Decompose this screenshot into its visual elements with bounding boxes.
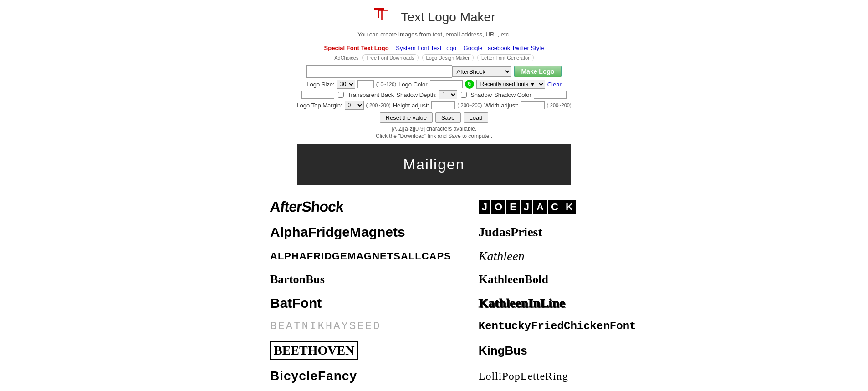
nav-system-font[interactable]: System Font Text Logo [396,45,456,51]
shadow-depth-select[interactable]: 1 [439,90,457,99]
load-button[interactable]: Load [464,112,489,123]
adchoices-pill-1[interactable]: Free Font Downloads [362,54,418,61]
main-input-row: AfterShock Make Logo [293,65,575,78]
font-select[interactable]: AfterShock [452,66,511,77]
font-item-kathleenin[interactable]: KathleenInLine [465,291,650,315]
width-range: (-200~200) [547,102,572,108]
clear-link[interactable]: Clear [547,81,562,88]
font-item-alphacaps[interactable]: ALPHAFRIDGEMAGNETSALLCAPS [256,244,465,268]
height-range: (-200~200) [457,102,482,108]
shadow-depth-label: Shadow Depth: [396,91,437,98]
recently-used-select[interactable]: Recently used fonts ▼ [476,80,545,89]
bg-color-input[interactable]: #FFFFFF [301,91,334,99]
refresh-color-button[interactable]: ↻ [465,80,474,89]
reset-button[interactable]: Reset the value [380,112,433,123]
height-adjust-label: Height adjust: [393,102,429,109]
font-item-aftershock[interactable]: AfterShock [256,194,465,220]
settings-row-3: Logo Top Margin: 0 (-200~200) Height adj… [293,101,575,110]
logo-text-input[interactable] [306,65,452,78]
shadow-color-label: Shadow Color [494,91,531,98]
font-item-kathleen[interactable]: Kathleen [465,244,650,268]
font-item-beatnik[interactable]: BEATNIKHAYSEED [256,315,465,337]
settings-row-2: #FFFFFF Transparent Back Shadow Depth: 1… [293,90,575,99]
shadow-checkbox[interactable] [461,92,467,98]
logo-size-label: Logo Size: [306,81,334,88]
height-adjust-input[interactable]: 0 [431,101,455,109]
header: Text Logo Maker You can create images fr… [0,0,868,42]
hint-2: Click the "Download" link and Save to co… [293,133,575,139]
font-item-joejack[interactable]: JOEJACK [465,194,650,220]
transparent-label: Transparent Back [347,91,394,98]
logo-size-h-input[interactable]: 30 [357,80,374,88]
font-item-biker[interactable]: BIKERBones [256,388,465,391]
subtitle: You can create images from text, email a… [0,31,868,38]
shadow-color-input[interactable]: #000000 [534,91,567,99]
site-title: Text Logo Maker [373,7,495,28]
svg-rect-1 [378,8,379,18]
controls-area: AfterShock Make Logo Logo Size: 30 30 (1… [293,65,575,139]
font-grid: AfterShock JOEJACK AlphaFridgeMagnets Ju… [256,194,612,391]
font-item-kathleenbold[interactable]: KathleenBold [465,268,650,291]
save-button[interactable]: Save [435,112,461,123]
ad-banner: Mailigen [297,144,571,185]
nav-links: Special Font Text Logo System Font Text … [0,45,868,51]
adchoices-pill-3[interactable]: Letter Font Generator [477,54,534,61]
site-title-text: Text Logo Maker [401,10,495,25]
font-item-batfont[interactable]: BatFont [256,291,465,315]
font-item-alpha[interactable]: AlphaFridgeMagnets [256,220,465,244]
margin-select[interactable]: 0 [345,101,364,110]
make-logo-button[interactable]: Make Logo [514,66,561,77]
nav-google-fb[interactable]: Google Facebook Twitter Style [464,45,544,51]
adchoices-label: AdChoices [334,55,358,61]
width-adjust-input[interactable]: 0 [521,101,545,109]
font-item-beethoven[interactable]: BEETHOVEN [256,337,465,364]
font-item-barton[interactable]: BartonBus [256,268,465,291]
logo-color-input[interactable]: #000000 [430,80,463,88]
ad-banner-text: Mailigen [403,156,465,173]
font-item-lollipop[interactable]: LolliPopLetteRing [465,364,650,388]
font-item-bicycle[interactable]: BicycleFancy [256,364,465,388]
hint-1: [A-Z][a-z][0-9] characters available. [293,126,575,132]
action-buttons: Reset the value Save Load [293,112,575,123]
logo-icon [373,7,397,28]
font-item-lymph[interactable]: LymphNodes [465,388,650,391]
shadow-label: Shadow [470,91,492,98]
svg-rect-3 [381,10,383,20]
font-item-kentucky[interactable]: KentuckyFriedChickenFont [465,315,650,337]
settings-row-1: Logo Size: 30 30 (10~120) Logo Color #00… [293,80,575,89]
logo-color-label: Logo Color [398,81,428,88]
logo-size-range: (10~120) [376,81,396,87]
settings-area: Logo Size: 30 30 (10~120) Logo Color #00… [293,80,575,110]
width-adjust-label: Width adjust: [484,102,518,109]
logo-size-w-select[interactable]: 30 [337,80,355,89]
font-item-judas[interactable]: JudasPriest [465,220,650,244]
font-item-king[interactable]: KingBus [465,337,650,364]
margin-label: Logo Top Margin: [296,102,342,109]
adchoices-pill-2[interactable]: Logo Design Maker [422,54,474,61]
adchoices-bar: AdChoices Free Font Downloads Logo Desig… [0,54,868,61]
transparent-checkbox[interactable] [338,92,344,98]
nav-special-font[interactable]: Special Font Text Logo [324,45,389,51]
margin-range: (-200~200) [366,102,391,108]
